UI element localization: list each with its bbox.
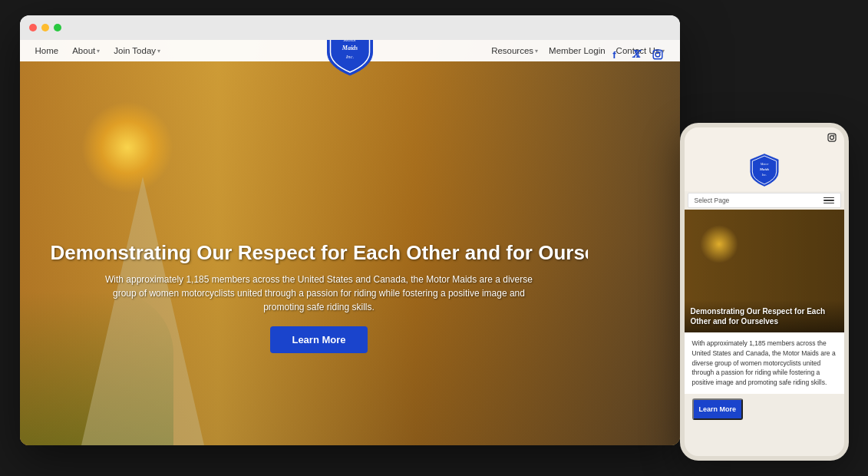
facebook-icon[interactable]: f [608,48,622,61]
join-chevron: ▾ [157,48,160,55]
mobile-body-text: With approximately 1,185 members across … [685,332,844,394]
twitter-x-icon[interactable]: 𝕏 [629,48,643,61]
about-chevron: ▾ [97,48,100,55]
dot-yellow [41,24,49,31]
mobile-instagram-icon[interactable] [827,133,837,144]
nav-resources[interactable]: Resources ▾ [491,46,538,55]
mobile-sun [700,225,738,263]
nav-home[interactable]: Home [35,46,59,55]
nav-member-login[interactable]: Member Login [549,46,606,55]
svg-text:Motor: Motor [342,40,357,43]
mobile-hero-text: Demonstrating Our Respect for Each Other… [685,300,844,332]
mobile-hero-title: Demonstrating Our Respect for Each Other… [691,306,838,326]
hamburger-icon[interactable] [823,197,834,204]
svg-rect-6 [828,134,836,141]
mobile-nav-bar: Select Page [688,193,841,208]
instagram-icon[interactable] [651,48,665,61]
scene: f 𝕏 Home Ab [20,15,849,461]
social-bar: f 𝕏 [608,48,665,61]
learn-more-button[interactable]: Learn More [270,326,367,353]
svg-text:Inc.: Inc. [345,54,354,60]
dot-red [29,24,37,31]
mobile-logo-bar: Motor Maids Inc. [685,149,844,191]
desktop-browser: f 𝕏 Home Ab [20,15,680,445]
svg-text:Inc.: Inc. [761,173,767,177]
mobile-learn-more-button[interactable]: Learn More [692,398,744,420]
navbar: f 𝕏 Home Ab [20,40,680,61]
svg-text:Maids: Maids [341,45,357,51]
website-content: f 𝕏 Home Ab [20,40,680,445]
nav-join-today[interactable]: Join Today ▾ [114,46,160,55]
hero-text-area: Demonstrating Our Respect for Each Other… [51,241,588,353]
svg-rect-0 [653,50,662,59]
dot-green [54,24,61,31]
mobile-status-bar [685,127,844,149]
nav-about[interactable]: About ▾ [72,46,100,55]
mobile-device: Motor Maids Inc. Select Page Demonstrati… [680,123,849,461]
svg-text:Motor: Motor [759,162,768,166]
svg-point-7 [830,136,833,140]
hero-subtitle: With approximately 1,185 members across … [104,273,534,314]
mobile-nav-select[interactable]: Select Page [695,197,730,204]
logo-area: Motor Maids Inc. [325,40,375,80]
svg-point-2 [659,51,661,53]
svg-point-1 [655,52,660,57]
resources-chevron: ▾ [535,48,538,55]
motor-maids-logo: Motor Maids Inc. [325,40,375,77]
nav-links-left: Home About ▾ Join Today ▾ [35,46,161,55]
svg-point-8 [833,135,835,137]
hero-title: Demonstrating Our Respect for Each Other… [51,241,588,265]
browser-bar [20,15,680,40]
svg-text:Maids: Maids [758,167,769,171]
mobile-logo: Motor Maids Inc. [749,153,780,187]
mobile-hero: Demonstrating Our Respect for Each Other… [685,210,844,332]
